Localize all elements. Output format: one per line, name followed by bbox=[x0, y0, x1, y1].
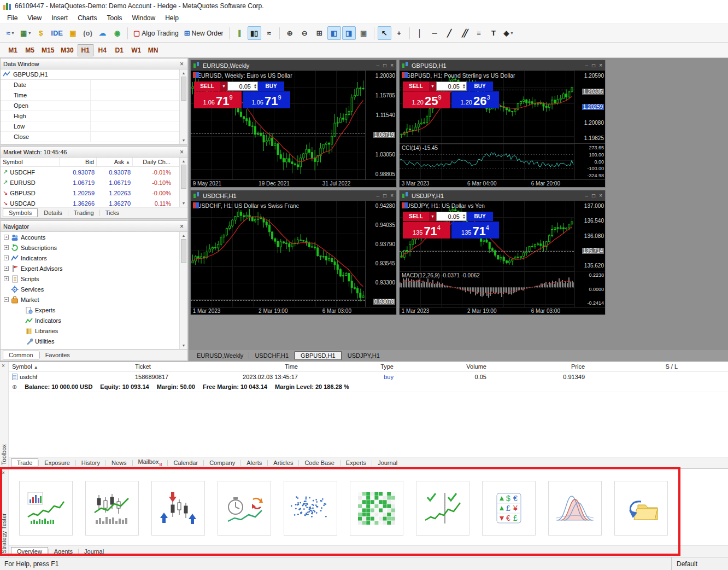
chart-line-button[interactable]: ≈ bbox=[262, 26, 276, 40]
channel-button[interactable]: ╱╱ bbox=[457, 26, 471, 40]
lot-spinner[interactable]: ▲▼ bbox=[462, 212, 466, 220]
menu-insert[interactable]: Insert bbox=[46, 13, 73, 24]
chart-window-titlebar[interactable]: EURUSD,Weekly–□× bbox=[191, 60, 396, 71]
tester-tile-open-report[interactable] bbox=[614, 481, 668, 536]
tree-expander-icon[interactable]: − bbox=[4, 297, 9, 302]
column-header-daily-ch[interactable]: Daily Ch... bbox=[133, 158, 173, 166]
tree-expander-icon[interactable]: + bbox=[4, 266, 9, 271]
chart-candles-button[interactable]: ▮▯ bbox=[248, 26, 261, 40]
menu-file[interactable]: File bbox=[2, 13, 22, 24]
arrange-right-button[interactable]: ◨ bbox=[342, 26, 356, 40]
chart-window-usdjpy-h1[interactable]: USDJPY,H1–□×USDJPY, H1: US Dollar vs Yen… bbox=[399, 190, 606, 315]
column-header-ask[interactable]: Ask▲ bbox=[97, 158, 133, 166]
crosshair-button[interactable]: + bbox=[392, 26, 406, 40]
timeframe-m15[interactable]: M15 bbox=[39, 44, 57, 56]
tester-tab-overview[interactable]: Overview bbox=[11, 547, 48, 556]
tester-tile-surface-3d[interactable] bbox=[548, 481, 602, 536]
close-icon[interactable]: × bbox=[390, 193, 394, 199]
navigator-item-experts[interactable]: Experts bbox=[1, 305, 187, 315]
column-header-s-l[interactable]: S / L bbox=[588, 363, 681, 370]
close-icon[interactable]: × bbox=[599, 62, 602, 68]
toolbox-tab-mailbox[interactable]: Mailbox8 bbox=[133, 457, 168, 468]
menu-charts[interactable]: Charts bbox=[73, 13, 102, 24]
scrollbar[interactable]: ▲▼ bbox=[179, 158, 187, 207]
menu-window[interactable]: Window bbox=[127, 13, 161, 24]
tester-tile-optimization-speed[interactable] bbox=[218, 481, 271, 536]
metaeditor-button[interactable]: ▣ bbox=[66, 26, 80, 40]
market-watch-row-usdcad[interactable]: ↘USDCAD1.362661.362700.11% bbox=[1, 198, 187, 207]
timeframe-d1[interactable]: D1 bbox=[111, 44, 127, 56]
tester-tile-forward-test[interactable] bbox=[416, 481, 469, 536]
scroll-up-icon[interactable]: ▲ bbox=[180, 232, 187, 239]
indicator-plot[interactable]: MACD(12,26,9) -0.0371 -0.0062 bbox=[400, 271, 574, 307]
indicator-axis[interactable]: 0.22380.0000-0.2414 bbox=[574, 271, 605, 307]
time-axis[interactable]: 1 Mar 20232 Mar 19:006 Mar 03:00 bbox=[191, 307, 396, 315]
scroll-down-icon[interactable]: ▼ bbox=[180, 342, 187, 349]
navigator-item-services[interactable]: Services bbox=[1, 284, 187, 294]
fibonacci-button[interactable]: ≡ bbox=[472, 26, 486, 40]
column-header-volume[interactable]: Volume bbox=[397, 363, 490, 370]
column-header-symbol[interactable]: Symbol bbox=[1, 158, 60, 166]
chart-plot[interactable]: GBPUSD, H1: Pound Sterling vs US DollarS… bbox=[400, 71, 574, 143]
close-icon[interactable]: × bbox=[179, 148, 185, 156]
navigator-item-expert-advisors[interactable]: +Expert Advisors bbox=[1, 263, 187, 274]
chart-window-titlebar[interactable]: USDCHF,H1–□× bbox=[191, 190, 396, 201]
scroll-thumb[interactable] bbox=[181, 239, 186, 263]
navigator-item-libraries[interactable]: Libraries bbox=[1, 325, 187, 336]
chart-window-eurusd-weekly[interactable]: EURUSD,Weekly–□×EURUSD, Weekly: Euro vs … bbox=[190, 60, 397, 188]
close-icon[interactable]: × bbox=[599, 193, 602, 199]
sell-price-button[interactable]: 135714 bbox=[403, 222, 450, 239]
menu-help[interactable]: Help bbox=[160, 13, 184, 24]
lot-input[interactable]: 0.05▲▼ bbox=[227, 82, 258, 91]
new-order-button[interactable]: ⊞New Order bbox=[182, 26, 226, 40]
zoom-out-button[interactable]: ⊖ bbox=[298, 26, 312, 40]
timeframe-m30[interactable]: M30 bbox=[58, 44, 76, 56]
chart-bars-button[interactable]: ∥ bbox=[233, 26, 246, 40]
menu-view[interactable]: View bbox=[22, 13, 46, 24]
chart-plot[interactable]: USDJPY, H1: US Dollar vs YenSELL▼0.05▲▼B… bbox=[400, 201, 574, 271]
scrollbar[interactable]: ▲▼ bbox=[179, 232, 187, 349]
scroll-up-icon[interactable]: ▲ bbox=[180, 69, 187, 77]
tester-tab-journal[interactable]: Journal bbox=[79, 547, 109, 556]
navigator-item-market[interactable]: −Market bbox=[1, 294, 187, 305]
vertical-line-button[interactable]: │ bbox=[413, 26, 427, 40]
time-axis[interactable]: 3 Mar 20236 Mar 04:006 Mar 20:00 bbox=[400, 179, 605, 187]
profiles-button[interactable]: ▦▾ bbox=[18, 26, 33, 40]
signals-button[interactable]: (o) bbox=[81, 26, 95, 40]
trendline-button[interactable]: ╱ bbox=[443, 26, 456, 40]
price-axis[interactable]: 1.200301.157851.115401.067191.030500.988… bbox=[365, 71, 396, 179]
chart-window-titlebar[interactable]: USDJPY,H1–□× bbox=[400, 190, 605, 201]
toolbox-tab-news[interactable]: News bbox=[106, 458, 132, 467]
toolbox-tab-articles[interactable]: Articles bbox=[268, 458, 298, 467]
tab-trading[interactable]: Trading bbox=[68, 208, 99, 217]
chart-tab-usdjpy-h1[interactable]: USDJPY,H1 bbox=[342, 351, 385, 360]
tab-symbols[interactable]: Symbols bbox=[3, 208, 38, 217]
scroll-down-icon[interactable]: ▼ bbox=[180, 200, 187, 207]
tester-tile-optimization-scatter[interactable] bbox=[284, 481, 337, 536]
cursor-button[interactable]: ↖ bbox=[378, 26, 391, 40]
expand-icon[interactable]: ⊕ bbox=[12, 383, 17, 391]
payments-button[interactable]: $ bbox=[34, 26, 48, 40]
buy-button[interactable]: BUY bbox=[258, 82, 284, 91]
buy-price-button[interactable]: 1.20263 bbox=[451, 91, 499, 108]
minimize-icon[interactable]: – bbox=[377, 62, 380, 68]
lot-input[interactable]: 0.05▲▼ bbox=[436, 212, 467, 221]
timeframe-mn[interactable]: MN bbox=[145, 44, 161, 56]
buy-price-button[interactable]: 1.06719 bbox=[243, 91, 290, 108]
chart-tab-gbpusd-h1[interactable]: GBPUSD,H1 bbox=[295, 351, 342, 360]
navigator-item-utilities[interactable]: Utilities bbox=[1, 336, 187, 346]
scroll-up-icon[interactable]: ▲ bbox=[180, 158, 187, 165]
order-type-dropdown[interactable]: ▼ bbox=[220, 82, 227, 91]
toolbox-tab-company[interactable]: Company bbox=[204, 458, 240, 467]
close-icon[interactable]: × bbox=[2, 470, 5, 476]
tile-windows-button[interactable]: ⊞ bbox=[313, 26, 326, 40]
price-axis[interactable]: 137.000136.540136.080135.714135.620 bbox=[574, 201, 605, 271]
toolbox-tab-experts[interactable]: Experts bbox=[340, 458, 372, 467]
horizontal-line-button[interactable]: ─ bbox=[428, 26, 442, 40]
toolbox-tab-history[interactable]: History bbox=[76, 458, 105, 467]
sell-button[interactable]: SELL bbox=[403, 212, 429, 221]
toolbox-tab-journal[interactable]: Journal bbox=[372, 458, 403, 467]
buy-price-button[interactable]: 135714 bbox=[451, 222, 499, 239]
timeframe-h1[interactable]: H1 bbox=[78, 44, 93, 56]
toolbox-tab-code-base[interactable]: Code Base bbox=[299, 458, 339, 467]
